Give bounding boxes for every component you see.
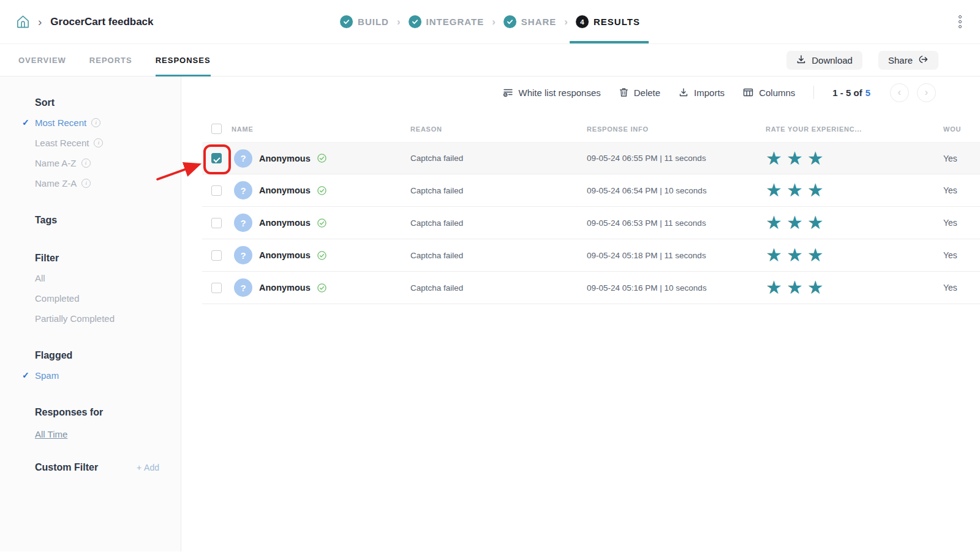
custom-filter-title: Custom Filter — [35, 462, 98, 473]
download-button[interactable]: Download — [786, 51, 862, 70]
delete-button[interactable]: Delete — [619, 88, 660, 98]
home-icon[interactable] — [15, 14, 31, 30]
check-icon: ✓ — [22, 370, 29, 380]
row-checkbox[interactable] — [211, 153, 222, 163]
avatar: ? — [234, 246, 252, 264]
filter-section-title: Filter — [35, 253, 181, 264]
table-row[interactable]: ? Anonymous Captcha failed 09-05-24 06:5… — [202, 142, 980, 174]
share-button[interactable]: Share — [878, 51, 938, 70]
header-response-info[interactable]: RESPONSE INFO — [587, 125, 766, 133]
next-page-button[interactable]: › — [917, 83, 936, 102]
table-row[interactable]: ? Anonymous Captcha failed 09-05-24 05:1… — [202, 272, 980, 304]
top-bar: › GrocerCart feedback BUILD › INTEGRATE … — [0, 0, 980, 44]
sidebar-option[interactable]: ✓ Most Recent i — [35, 116, 181, 129]
response-info-cell: 09-05-24 05:18 PM | 11 seconds — [587, 251, 766, 260]
header-rate-experience[interactable]: RATE YOUR EXPERIENC... — [766, 125, 943, 133]
tab-reports[interactable]: REPORTS — [89, 44, 132, 76]
build-stepper: BUILD › INTEGRATE › SHARE › 4 RESULTS — [340, 0, 640, 43]
response-info-cell: 09-05-24 06:53 PM | 11 seconds — [587, 218, 766, 228]
more-options-icon[interactable] — [956, 13, 964, 31]
sidebar-option[interactable]: ✓ Least Recent i — [35, 136, 181, 149]
header-would[interactable]: WOU — [943, 125, 980, 133]
row-checkbox[interactable] — [211, 283, 222, 293]
star-rating: ★★★ — [766, 181, 943, 200]
reason-cell: Captcha failed — [410, 218, 587, 228]
response-info-cell: 09-05-24 06:54 PM | 10 seconds — [587, 186, 766, 195]
info-icon[interactable]: i — [81, 159, 91, 168]
would-recommend-cell: Yes — [943, 185, 980, 195]
responses-main: White list responses Delete Imports — [181, 76, 980, 551]
select-all-checkbox[interactable] — [211, 124, 222, 134]
check-circle-icon — [340, 15, 353, 28]
table-body: ? Anonymous Captcha failed 09-05-24 06:5… — [202, 142, 980, 304]
star-rating: ★★★ — [766, 214, 943, 232]
table-row[interactable]: ? Anonymous Captcha failed 09-05-24 06:5… — [202, 207, 980, 239]
columns-icon — [743, 88, 753, 97]
row-checkbox-cell — [202, 153, 225, 163]
verified-icon — [317, 218, 326, 228]
sidebar-option[interactable]: ✓ Completed — [35, 292, 181, 304]
table-row[interactable]: ? Anonymous Captcha failed 09-05-24 05:1… — [202, 239, 980, 272]
flagged-section-title: Flagged — [35, 350, 181, 361]
step-integrate[interactable]: INTEGRATE — [409, 0, 484, 43]
tab-responses[interactable]: RESPONSES — [156, 44, 211, 76]
responses-for-section-title: Responses for — [35, 407, 181, 418]
step-build[interactable]: BUILD — [340, 0, 389, 43]
toolbar-divider — [813, 86, 814, 99]
filter-options: ✓ All ✓ Completed ✓ Partially Completed — [35, 272, 181, 324]
header-reason[interactable]: REASON — [410, 125, 587, 133]
pagination-range: 1 - 5 of 5 — [832, 88, 870, 98]
reason-cell: Captcha failed — [410, 251, 587, 260]
verified-icon — [317, 186, 326, 195]
columns-button[interactable]: Columns — [743, 88, 795, 98]
whitelist-responses-button[interactable]: White list responses — [503, 88, 601, 98]
star-rating: ★★★ — [766, 278, 943, 297]
table-row[interactable]: ? Anonymous Captcha failed 09-05-24 06:5… — [202, 174, 980, 207]
tab-overview[interactable]: OVERVIEW — [18, 44, 66, 76]
info-icon[interactable]: i — [94, 138, 103, 147]
tabs: OVERVIEW REPORTS RESPONSES — [18, 44, 211, 76]
would-recommend-cell: Yes — [943, 218, 980, 228]
prev-page-button[interactable]: ‹ — [890, 83, 909, 102]
info-icon[interactable]: i — [91, 118, 100, 127]
reason-cell: Captcha failed — [410, 186, 587, 195]
verified-icon — [317, 283, 326, 293]
sort-section-title: Sort — [35, 97, 181, 108]
respondent-cell: ? Anonymous — [225, 149, 410, 168]
breadcrumb-chevron-icon: › — [38, 15, 42, 29]
add-custom-filter-button[interactable]: + Add — [137, 463, 159, 472]
sidebar-option[interactable]: ✓ All — [35, 272, 181, 284]
avatar: ? — [234, 149, 252, 168]
row-checkbox[interactable] — [211, 218, 222, 228]
step-results[interactable]: 4 RESULTS — [576, 0, 640, 43]
step-share[interactable]: SHARE — [503, 0, 557, 43]
plus-icon: + — [137, 463, 141, 472]
sidebar-option[interactable]: ✓ Spam — [35, 369, 181, 381]
custom-filter-section: Custom Filter + Add — [35, 462, 181, 473]
step-separator-icon: › — [564, 16, 568, 28]
verified-icon — [317, 251, 326, 260]
tab-actions: Download Share — [786, 51, 938, 70]
whitelist-icon — [503, 88, 513, 98]
row-checkbox[interactable] — [211, 250, 222, 261]
reason-cell: Captcha failed — [410, 283, 587, 293]
check-circle-icon — [409, 15, 421, 28]
would-recommend-cell: Yes — [943, 283, 980, 293]
verified-icon — [317, 154, 326, 163]
sidebar-option[interactable]: ✓ Name Z-A i — [35, 177, 181, 189]
respondent-cell: ? Anonymous — [225, 246, 410, 264]
row-checkbox[interactable] — [211, 185, 222, 196]
all-time-link[interactable]: All Time — [35, 429, 67, 439]
info-icon[interactable]: i — [81, 179, 91, 188]
star-rating: ★★★ — [766, 149, 943, 168]
sort-options: ✓ Most Recent i ✓ Least Recent i ✓ Name … — [35, 116, 181, 189]
response-info-cell: 09-05-24 06:55 PM | 11 seconds — [587, 154, 766, 163]
imports-button[interactable]: Imports — [679, 88, 725, 98]
row-checkbox-cell — [202, 185, 225, 196]
sidebar-option[interactable]: ✓ Name A-Z i — [35, 157, 181, 169]
check-circle-icon — [503, 15, 516, 28]
avatar: ? — [234, 181, 252, 200]
header-name[interactable]: NAME — [225, 125, 410, 133]
sidebar-option[interactable]: ✓ Partially Completed — [35, 312, 181, 324]
would-recommend-cell: Yes — [943, 154, 980, 163]
